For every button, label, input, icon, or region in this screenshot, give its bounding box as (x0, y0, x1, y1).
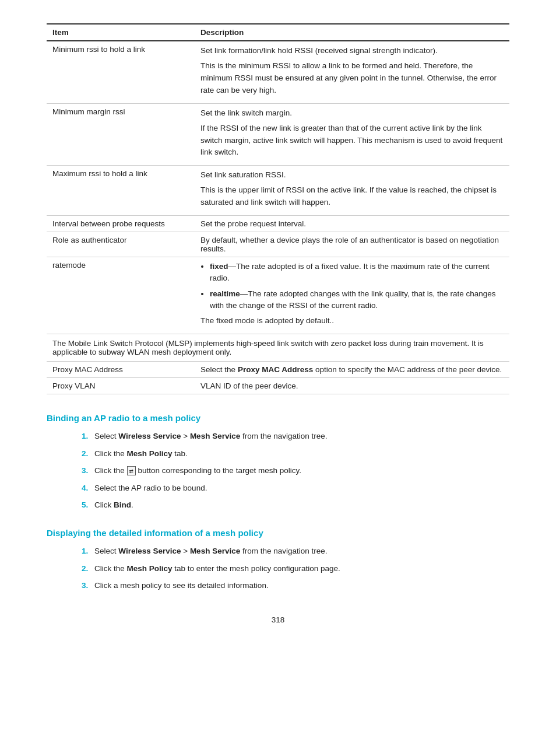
table-cell-item: Role as authenticator (47, 232, 195, 257)
table-row: Proxy VLAN VLAN ID of the peer device. (47, 378, 509, 394)
table-cell-item: Minimum margin rssi (47, 103, 195, 166)
note-row: The Mobile Link Switch Protocol (MLSP) i… (47, 334, 509, 362)
table-row: Minimum rssi to hold a link Set link for… (47, 41, 509, 103)
table-cell-desc: VLAN ID of the peer device. (195, 378, 509, 394)
bold-text: Mesh Service (190, 547, 240, 555)
step-item: Click the ⇄ button corresponding to the … (82, 464, 509, 477)
table-row: Minimum margin rssi Set the link switch … (47, 103, 509, 166)
note-cell: The Mobile Link Switch Protocol (MLSP) i… (47, 334, 509, 362)
list-item: fixed—The rate adopted is of a fixed val… (210, 261, 504, 285)
table-cell-item: ratemode (47, 257, 195, 334)
description-table: Item Description Minimum rssi to hold a … (47, 23, 509, 394)
table-cell-item: Proxy MAC Address (47, 362, 195, 378)
section-binding: Binding an AP radio to a mesh policy Sel… (47, 413, 509, 512)
steps-list-binding: Select Wireless Service > Mesh Service f… (82, 430, 509, 512)
step-item: Select Wireless Service > Mesh Service f… (82, 545, 509, 558)
desc-para: Set link formation/link hold RSSI (recei… (200, 45, 504, 57)
step-item: Click the Mesh Policy tab. (82, 447, 509, 460)
bold-text: Bind (114, 501, 131, 509)
table-cell-item: Minimum rssi to hold a link (47, 41, 195, 103)
section-displaying: Displaying the detailed information of a… (47, 528, 509, 592)
table-cell-desc: Set the link switch margin. If the RSSI … (195, 103, 509, 166)
bold-text: Mesh Policy (127, 449, 173, 458)
steps-list-displaying: Select Wireless Service > Mesh Service f… (82, 545, 509, 592)
bold-text: Mesh Policy (127, 564, 173, 573)
ratemode-list: fixed—The rate adopted is of a fixed val… (210, 261, 504, 312)
step-item: Click Bind. (82, 499, 509, 512)
list-item: realtime—The rate adopted changes with t… (210, 288, 504, 312)
bold-text: Wireless Service (118, 432, 181, 440)
desc-para: This is the upper limit of RSSI on the a… (200, 184, 504, 209)
bind-icon: ⇄ (127, 466, 136, 475)
desc-para: Set the link switch margin. (200, 107, 504, 120)
table-row: ratemode fixed—The rate adopted is of a … (47, 257, 509, 334)
table-row: Role as authenticator By default, whethe… (47, 232, 509, 257)
table-row: Interval between probe requests Set the … (47, 216, 509, 232)
bold-text: fixed (210, 262, 228, 271)
table-cell-desc: By default, whether a device plays the r… (195, 232, 509, 257)
table-row: Maximum rssi to hold a link Set link sat… (47, 166, 509, 216)
section-heading-binding: Binding an AP radio to a mesh policy (47, 413, 509, 423)
bold-text: Wireless Service (118, 547, 181, 555)
table-cell-desc: Select the Proxy MAC Address option to s… (195, 362, 509, 378)
section-heading-displaying: Displaying the detailed information of a… (47, 528, 509, 538)
bold-text: realtime (210, 289, 240, 298)
table-cell-desc: Set the probe request interval. (195, 216, 509, 232)
desc-para: This is the minimum RSSI to allow a link… (200, 60, 504, 97)
step-item: Select the AP radio to be bound. (82, 482, 509, 495)
table-cell-item: Proxy VLAN (47, 378, 195, 394)
desc-para: If the RSSI of the new link is greater t… (200, 123, 504, 159)
table-cell-desc: fixed—The rate adopted is of a fixed val… (195, 257, 509, 334)
page-wrapper: Item Description Minimum rssi to hold a … (0, 0, 556, 659)
desc-para: Set link saturation RSSI. (200, 169, 504, 181)
page-number: 318 (47, 615, 509, 624)
table-header-desc: Description (195, 24, 509, 41)
table-cell-desc: Set link saturation RSSI. This is the up… (195, 166, 509, 216)
bold-text: Proxy MAC Address (238, 365, 313, 374)
desc-para: The fixed mode is adopted by default.. (200, 315, 504, 327)
step-item: Select Wireless Service > Mesh Service f… (82, 430, 509, 443)
step-item: Click a mesh policy to see its detailed … (82, 579, 509, 592)
table-cell-item: Interval between probe requests (47, 216, 195, 232)
table-cell-desc: Set link formation/link hold RSSI (recei… (195, 41, 509, 103)
table-row: Proxy MAC Address Select the Proxy MAC A… (47, 362, 509, 378)
table-cell-item: Maximum rssi to hold a link (47, 166, 195, 216)
table-header-item: Item (47, 24, 195, 41)
step-item: Click the Mesh Policy tab to enter the m… (82, 562, 509, 575)
bold-text: Mesh Service (190, 432, 240, 440)
